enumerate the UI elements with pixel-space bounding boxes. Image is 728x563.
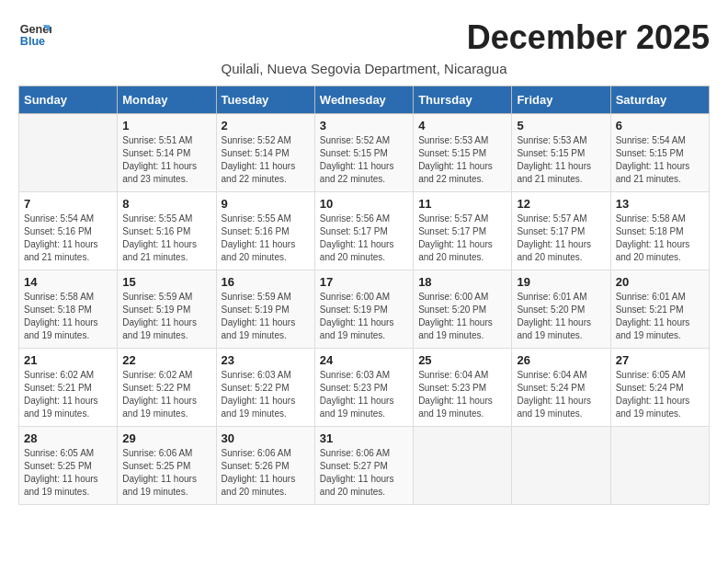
day-number: 26 — [517, 353, 605, 367]
calendar-cell: 16Sunrise: 5:59 AMSunset: 5:19 PMDayligh… — [216, 270, 314, 349]
cell-content: Sunrise: 6:01 AMSunset: 5:20 PMDaylight:… — [517, 291, 605, 342]
page-header: General Blue December 2025 — [18, 18, 710, 57]
day-number: 14 — [24, 275, 112, 289]
cell-content: Sunrise: 5:54 AMSunset: 5:16 PMDaylight:… — [24, 213, 112, 264]
calendar-cell: 29Sunrise: 6:06 AMSunset: 5:25 PMDayligh… — [118, 427, 216, 505]
day-number: 22 — [122, 353, 210, 367]
logo-icon: General Blue — [18, 18, 51, 52]
day-number: 30 — [222, 431, 310, 445]
cell-content: Sunrise: 5:53 AMSunset: 5:15 PMDaylight:… — [517, 134, 605, 186]
calendar-cell — [414, 427, 512, 505]
cell-content: Sunrise: 6:02 AMSunset: 5:21 PMDaylight:… — [24, 369, 112, 420]
cell-content: Sunrise: 5:58 AMSunset: 5:18 PMDaylight:… — [616, 213, 704, 264]
calendar-cell: 11Sunrise: 5:57 AMSunset: 5:17 PMDayligh… — [414, 192, 512, 270]
day-number: 8 — [122, 197, 210, 211]
calendar-cell: 25Sunrise: 6:04 AMSunset: 5:23 PMDayligh… — [414, 349, 512, 427]
cell-content: Sunrise: 5:55 AMSunset: 5:16 PMDaylight:… — [222, 213, 310, 264]
cell-content: Sunrise: 5:56 AMSunset: 5:17 PMDaylight:… — [320, 213, 408, 264]
day-number: 15 — [122, 275, 210, 289]
calendar-cell: 23Sunrise: 6:03 AMSunset: 5:22 PMDayligh… — [216, 349, 314, 427]
cell-content: Sunrise: 6:01 AMSunset: 5:21 PMDaylight:… — [616, 291, 704, 342]
calendar-cell: 31Sunrise: 6:06 AMSunset: 5:27 PMDayligh… — [314, 427, 413, 505]
cell-content: Sunrise: 5:57 AMSunset: 5:17 PMDaylight:… — [418, 213, 506, 264]
week-row-4: 21Sunrise: 6:02 AMSunset: 5:21 PMDayligh… — [19, 349, 710, 427]
calendar-cell: 9Sunrise: 5:55 AMSunset: 5:16 PMDaylight… — [216, 192, 314, 270]
header-row: SundayMondayTuesdayWednesdayThursdayFrid… — [19, 86, 710, 114]
week-row-2: 7Sunrise: 5:54 AMSunset: 5:16 PMDaylight… — [19, 192, 710, 270]
cell-content: Sunrise: 6:03 AMSunset: 5:22 PMDaylight:… — [222, 369, 310, 420]
calendar-cell: 1Sunrise: 5:51 AMSunset: 5:14 PMDaylight… — [118, 114, 216, 192]
cell-content: Sunrise: 6:04 AMSunset: 5:24 PMDaylight:… — [517, 369, 605, 420]
calendar-cell: 20Sunrise: 6:01 AMSunset: 5:21 PMDayligh… — [610, 270, 709, 349]
day-number: 4 — [418, 119, 506, 132]
cell-content: Sunrise: 5:53 AMSunset: 5:15 PMDaylight:… — [418, 134, 506, 186]
day-number: 18 — [418, 275, 506, 289]
day-number: 3 — [320, 119, 408, 132]
subtitle: Quilali, Nueva Segovia Department, Nicar… — [18, 61, 710, 76]
cell-content: Sunrise: 5:52 AMSunset: 5:14 PMDaylight:… — [222, 134, 310, 186]
day-number: 31 — [320, 431, 408, 445]
week-row-1: 1Sunrise: 5:51 AMSunset: 5:14 PMDaylight… — [19, 114, 710, 192]
day-number: 29 — [122, 431, 210, 445]
header-wednesday: Wednesday — [314, 86, 413, 114]
header-monday: Monday — [118, 86, 216, 114]
calendar-cell: 10Sunrise: 5:56 AMSunset: 5:17 PMDayligh… — [314, 192, 413, 270]
day-number: 7 — [24, 197, 112, 211]
cell-content: Sunrise: 6:05 AMSunset: 5:25 PMDaylight:… — [24, 447, 112, 499]
day-number: 10 — [320, 197, 408, 211]
cell-content: Sunrise: 5:57 AMSunset: 5:17 PMDaylight:… — [517, 213, 605, 264]
calendar-cell — [19, 114, 118, 192]
calendar-cell: 15Sunrise: 5:59 AMSunset: 5:19 PMDayligh… — [118, 270, 216, 349]
cell-content: Sunrise: 5:58 AMSunset: 5:18 PMDaylight:… — [24, 291, 112, 342]
cell-content: Sunrise: 5:51 AMSunset: 5:14 PMDaylight:… — [122, 134, 210, 186]
day-number: 19 — [517, 275, 605, 289]
day-number: 12 — [517, 197, 605, 211]
calendar-cell: 24Sunrise: 6:03 AMSunset: 5:23 PMDayligh… — [314, 349, 413, 427]
week-row-3: 14Sunrise: 5:58 AMSunset: 5:18 PMDayligh… — [19, 270, 710, 349]
calendar-cell: 27Sunrise: 6:05 AMSunset: 5:24 PMDayligh… — [610, 349, 709, 427]
calendar-cell: 5Sunrise: 5:53 AMSunset: 5:15 PMDaylight… — [512, 114, 610, 192]
calendar-cell — [610, 427, 709, 505]
cell-content: Sunrise: 6:05 AMSunset: 5:24 PMDaylight:… — [616, 369, 704, 420]
calendar-cell: 26Sunrise: 6:04 AMSunset: 5:24 PMDayligh… — [512, 349, 610, 427]
calendar-table: SundayMondayTuesdayWednesdayThursdayFrid… — [18, 86, 710, 505]
calendar-cell: 30Sunrise: 6:06 AMSunset: 5:26 PMDayligh… — [216, 427, 314, 505]
day-number: 25 — [418, 353, 506, 367]
calendar-cell: 2Sunrise: 5:52 AMSunset: 5:14 PMDaylight… — [216, 114, 314, 192]
day-number: 5 — [517, 119, 605, 132]
cell-content: Sunrise: 5:59 AMSunset: 5:19 PMDaylight:… — [122, 291, 210, 342]
cell-content: Sunrise: 5:54 AMSunset: 5:15 PMDaylight:… — [616, 134, 704, 186]
cell-content: Sunrise: 6:04 AMSunset: 5:23 PMDaylight:… — [418, 369, 506, 420]
week-row-5: 28Sunrise: 6:05 AMSunset: 5:25 PMDayligh… — [19, 427, 710, 505]
cell-content: Sunrise: 6:00 AMSunset: 5:19 PMDaylight:… — [320, 291, 408, 342]
header-friday: Friday — [512, 86, 610, 114]
calendar-cell: 8Sunrise: 5:55 AMSunset: 5:16 PMDaylight… — [118, 192, 216, 270]
cell-content: Sunrise: 6:02 AMSunset: 5:22 PMDaylight:… — [122, 369, 210, 420]
header-saturday: Saturday — [610, 86, 709, 114]
calendar-cell: 7Sunrise: 5:54 AMSunset: 5:16 PMDaylight… — [19, 192, 118, 270]
day-number: 27 — [616, 353, 704, 367]
calendar-cell: 12Sunrise: 5:57 AMSunset: 5:17 PMDayligh… — [512, 192, 610, 270]
calendar-cell: 19Sunrise: 6:01 AMSunset: 5:20 PMDayligh… — [512, 270, 610, 349]
day-number: 16 — [222, 275, 310, 289]
calendar-cell: 17Sunrise: 6:00 AMSunset: 5:19 PMDayligh… — [314, 270, 413, 349]
calendar-cell: 3Sunrise: 5:52 AMSunset: 5:15 PMDaylight… — [314, 114, 413, 192]
day-number: 17 — [320, 275, 408, 289]
day-number: 20 — [616, 275, 704, 289]
calendar-cell: 14Sunrise: 5:58 AMSunset: 5:18 PMDayligh… — [19, 270, 118, 349]
cell-content: Sunrise: 6:06 AMSunset: 5:26 PMDaylight:… — [222, 447, 310, 499]
header-sunday: Sunday — [19, 86, 118, 114]
calendar-cell: 18Sunrise: 6:00 AMSunset: 5:20 PMDayligh… — [414, 270, 512, 349]
cell-content: Sunrise: 5:59 AMSunset: 5:19 PMDaylight:… — [222, 291, 310, 342]
cell-content: Sunrise: 6:00 AMSunset: 5:20 PMDaylight:… — [418, 291, 506, 342]
cell-content: Sunrise: 5:55 AMSunset: 5:16 PMDaylight:… — [122, 213, 210, 264]
cell-content: Sunrise: 5:52 AMSunset: 5:15 PMDaylight:… — [320, 134, 408, 186]
day-number: 21 — [24, 353, 112, 367]
day-number: 6 — [616, 119, 704, 132]
cell-content: Sunrise: 6:06 AMSunset: 5:25 PMDaylight:… — [122, 447, 210, 499]
month-title: December 2025 — [467, 18, 710, 57]
header-thursday: Thursday — [414, 86, 512, 114]
header-tuesday: Tuesday — [216, 86, 314, 114]
day-number: 13 — [616, 197, 704, 211]
day-number: 28 — [24, 431, 112, 445]
